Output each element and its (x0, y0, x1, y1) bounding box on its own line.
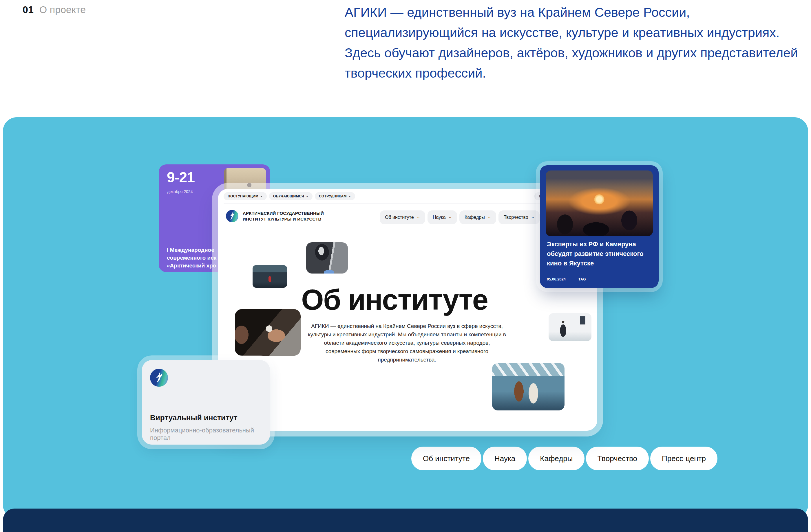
news-card[interactable]: Эксперты из РФ и Камеруна обсудят развит… (540, 165, 659, 288)
event-title-line: «Арктический хро (167, 262, 216, 269)
bottom-nav-departments[interactable]: Кафедры (528, 447, 584, 470)
utility-nav-staff[interactable]: СОТРУДНИКАМ ⌄ (315, 192, 355, 200)
utility-nav-abiturients[interactable]: ПОСТУПАЮЩИМ ⌄ (224, 192, 267, 200)
event-date-range: 9-21 (167, 169, 195, 186)
news-date: 05.06.2024 (547, 277, 566, 281)
speaker-image (549, 313, 592, 341)
institute-name-line2: ИНСТИТУТ КУЛЬТУРЫ И ИСКУССТВ (243, 216, 324, 222)
news-image (546, 171, 653, 236)
portal-title: Виртуальный институт (150, 413, 238, 422)
bottom-nav-about[interactable]: Об институте (411, 447, 481, 470)
nav-label: Об институте (385, 215, 414, 220)
nav-about[interactable]: Об институте ⌄ (380, 210, 425, 224)
bottom-nav-press[interactable]: Пресс-центр (650, 447, 717, 470)
bottom-nav-label: Творчество (598, 454, 638, 463)
chevron-down-icon: ⌄ (306, 194, 308, 198)
institute-name-line1: АРКТИЧЕСКИЙ ГОСУДАРСТВЕННЫЙ (243, 210, 324, 216)
portal-subtitle: Информационно-образовательный портал (150, 427, 270, 442)
utility-nav-label: ПОСТУПАЮЩИМ (228, 194, 258, 198)
site-brand[interactable]: АРКТИЧЕСКИЙ ГОСУДАРСТВЕННЫЙ ИНСТИТУТ КУЛ… (226, 210, 324, 222)
event-title: I Международное современного иск «Арктич… (167, 246, 216, 269)
nav-label: Творчество (504, 215, 528, 220)
bottom-nav-label: Об институте (423, 454, 470, 463)
slide-canvas: 9-21 декабря 2024 I Международное соврем… (3, 117, 808, 519)
utility-nav-label: ОБУЧАЮЩИМСЯ (273, 194, 304, 198)
nav-science[interactable]: Наука ⌄ (428, 210, 457, 224)
portal-logo-icon (150, 369, 168, 387)
news-title: Эксперты из РФ и Камеруна обсудят развит… (547, 239, 650, 268)
utility-nav: ПОСТУПАЮЩИМ ⌄ ОБУЧАЮЩИМСЯ ⌄ СОТРУДНИКАМ … (224, 192, 355, 200)
footer-bar (3, 508, 808, 532)
institute-name: АРКТИЧЕСКИЙ ГОСУДАРСТВЕННЫЙ ИНСТИТУТ КУЛ… (243, 210, 324, 222)
nav-creativity[interactable]: Творчество ⌄ (499, 210, 540, 224)
nav-label: Кафедры (464, 215, 485, 220)
event-title-line: современного иск (167, 254, 216, 262)
dancers-image (492, 363, 565, 410)
hero-title: Об институте (218, 283, 571, 316)
bottom-nav-label: Пресс-центр (662, 454, 706, 463)
chevron-down-icon: ⌄ (531, 215, 534, 219)
chevron-down-icon: ⌄ (417, 215, 420, 219)
news-tag: TAG (578, 277, 586, 281)
hero-text: АГИКИ — единственный на Крайнем Севере Р… (307, 322, 507, 364)
intro-paragraph: АГИКИ — единственный вуз на Крайнем Севе… (345, 2, 808, 83)
nav-label: Наука (433, 215, 446, 220)
section-label: 01 О проекте (22, 4, 86, 15)
chevron-down-icon: ⌄ (349, 194, 351, 198)
nav-departments[interactable]: Кафедры ⌄ (459, 210, 496, 224)
chevron-down-icon: ⌄ (488, 215, 491, 219)
section-number: 01 (22, 4, 34, 15)
bird-icon (228, 212, 236, 221)
utility-nav-label: СОТРУДНИКАМ (319, 194, 347, 198)
news-meta: 05.06.2024 TAG (547, 277, 586, 281)
institute-logo-icon (226, 210, 239, 222)
chevron-down-icon: ⌄ (449, 215, 452, 219)
bird-icon (153, 371, 166, 385)
chevron-down-icon: ⌄ (260, 194, 263, 198)
bottom-nav: Об институте Наука Кафедры Творчество Пр… (411, 447, 717, 470)
gallery-image (306, 242, 348, 273)
bottom-nav-science[interactable]: Наука (483, 447, 527, 470)
portal-card[interactable]: Виртуальный институт Информационно-образ… (142, 360, 270, 444)
utility-nav-students[interactable]: ОБУЧАЮЩИМСЯ ⌄ (269, 192, 312, 200)
section-title: О проекте (40, 4, 86, 15)
bottom-nav-creativity[interactable]: Творчество (586, 447, 649, 470)
bottom-nav-label: Кафедры (540, 454, 572, 463)
bottom-nav-label: Наука (494, 454, 515, 463)
event-title-line: I Международное (167, 246, 216, 254)
event-date-caption: декабря 2024 (167, 189, 193, 194)
